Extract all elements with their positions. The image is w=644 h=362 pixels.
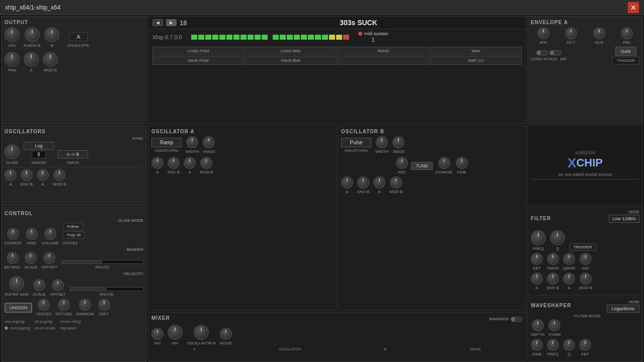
glide-knob[interactable]: [5, 144, 20, 159]
osc-b-fine-knob[interactable]: [456, 157, 468, 169]
ws-depth-knob[interactable]: [532, 319, 544, 331]
mod-route-select[interactable]: A -> B: [58, 150, 88, 158]
filter-mode-btn[interactable]: Low 12db/o: [609, 215, 639, 223]
poly16-btn[interactable]: Poly 16: [63, 231, 86, 239]
osc-b-waveform-btn[interactable]: Pulse: [341, 138, 371, 147]
mixer-noise-knob[interactable]: [220, 328, 232, 340]
velocity-fill: [70, 288, 107, 291]
detune-knob[interactable]: [58, 299, 70, 311]
pan-knob[interactable]: [5, 52, 20, 67]
osc-b-xmod-knob[interactable]: [392, 136, 405, 148]
ws-q-knob[interactable]: [563, 339, 575, 351]
mixer-noise-label: NOISE: [220, 341, 232, 345]
osc-b-env-a-knob[interactable]: [341, 176, 353, 189]
env-a-atk-knob[interactable]: [537, 27, 549, 39]
bender-bar[interactable]: [61, 260, 143, 264]
envelope-btn[interactable]: A: [69, 32, 88, 41]
mixer-osc-b-knob[interactable]: [194, 325, 209, 340]
ws-tone-knob[interactable]: [531, 339, 543, 351]
filter-mod-a-knob[interactable]: [563, 273, 575, 285]
pan-mod-b-knob[interactable]: [43, 52, 58, 67]
osc-a-env-b-knob[interactable]: [168, 157, 180, 169]
unison-btn[interactable]: UNISON: [5, 303, 32, 313]
mod-b-knob[interactable]: [44, 27, 59, 42]
osc-mod-a-knob[interactable]: [37, 169, 49, 181]
osc-b-mod-a-knob[interactable]: [373, 176, 385, 189]
osc-b-mod-b-knob[interactable]: [390, 176, 402, 189]
close-button[interactable]: ✕: [628, 2, 639, 13]
vel-scale-knob[interactable]: [33, 279, 45, 291]
filter-freq-knob[interactable]: [531, 230, 546, 245]
osc-b-env-b-label: ENV B: [357, 190, 369, 194]
fine-knob[interactable]: [26, 228, 38, 240]
kbt-toggle[interactable]: [549, 50, 561, 55]
velocity-bar[interactable]: [70, 287, 143, 291]
next-preset-button[interactable]: ▶: [166, 19, 177, 26]
wav-btn[interactable]: WAV: [430, 47, 522, 55]
filter-mod-b-knob[interactable]: [580, 273, 592, 285]
filter-kbt-knob[interactable]: [531, 253, 543, 265]
ws-kbt-knob[interactable]: [579, 339, 591, 351]
osc-b-kbt-knob[interactable]: [396, 157, 408, 169]
osc-a-env-a-knob[interactable]: [151, 157, 164, 169]
ringmod-toggle[interactable]: [511, 317, 523, 322]
filter-fmod-knob[interactable]: [547, 253, 559, 265]
map-cc-btn[interactable]: MAP CC: [430, 56, 522, 65]
osc-env-b-knob[interactable]: [21, 169, 33, 181]
osc-b-coarse-knob[interactable]: [438, 157, 450, 169]
osc-b-tune-btn[interactable]: TUNE: [411, 162, 433, 170]
osc-a-waveform-btn[interactable]: Ramp: [151, 138, 182, 147]
volume-knob[interactable]: [44, 228, 56, 240]
const-attack-toggle[interactable]: [536, 50, 548, 55]
osc-a-xmod-knob[interactable]: [203, 136, 215, 148]
filter-q-knob[interactable]: [550, 230, 565, 245]
load-bnk-btn[interactable]: LOAD BNK: [245, 47, 337, 55]
env-a-trigger-btn[interactable]: TRIGGER: [612, 57, 639, 64]
bender-offset-knob[interactable]: [43, 252, 55, 264]
env-a-sus-knob[interactable]: [593, 27, 605, 39]
osc-b-env-b-knob[interactable]: [357, 176, 369, 189]
bd-rng-knob[interactable]: [7, 252, 19, 264]
ws-symm-knob[interactable]: [548, 319, 560, 331]
vol-knob[interactable]: [5, 27, 20, 42]
filter-trigger-btn[interactable]: TRIGGER: [569, 243, 596, 251]
follow-btn[interactable]: Follow: [63, 223, 84, 230]
save-pgm-btn[interactable]: SAVE PGM: [152, 56, 244, 65]
mixer-osc-a-knob[interactable]: [168, 325, 183, 340]
env-a-knobs: ATK DCY SUS REL: [531, 27, 639, 45]
vu-bar-9: [248, 35, 254, 40]
filter-env-a-knob[interactable]: [531, 273, 543, 285]
pan-mod-a-knob[interactable]: [24, 52, 39, 67]
dist-knob[interactable]: [98, 299, 110, 311]
env-a-dcy-knob[interactable]: [565, 27, 577, 39]
env-a-gate-btn[interactable]: Gate: [615, 47, 636, 56]
coarse-knob[interactable]: [7, 228, 19, 240]
load-pgm-btn[interactable]: LOAD PGM: [152, 47, 244, 55]
env-a-rel-knob[interactable]: [621, 27, 633, 39]
vel-offset-knob[interactable]: [52, 279, 64, 291]
filter-env-b-knob[interactable]: [547, 273, 559, 285]
osc-a-mod-a-knob[interactable]: [184, 157, 196, 169]
filter-sat-knob[interactable]: [580, 253, 592, 265]
waveshaper-mode-btn[interactable]: Logarithmic: [607, 305, 639, 313]
supersaw-knob[interactable]: [9, 276, 24, 291]
mixer-inv-knob[interactable]: [151, 328, 164, 340]
osc-b-width-knob[interactable]: [376, 136, 388, 148]
rand-btn[interactable]: RAND: [338, 47, 429, 55]
prev-preset-button[interactable]: ◀: [152, 19, 163, 26]
filter-qmod-knob[interactable]: [563, 253, 575, 265]
mod-a-knob[interactable]: [25, 27, 40, 42]
ws-freq-knob[interactable]: [547, 339, 559, 351]
voices2-knob[interactable]: [38, 299, 50, 311]
env-a-rel-group: REL: [621, 27, 633, 45]
vu-bar-21: [336, 35, 342, 40]
bender-scale-knob[interactable]: [25, 252, 37, 264]
osc-env-a-knob[interactable]: [5, 169, 17, 181]
osc-mod-b-knob[interactable]: [53, 169, 65, 181]
save-bnk-btn[interactable]: SAVE BNK: [245, 56, 337, 65]
random-knob[interactable]: [79, 299, 91, 311]
osc-a-width-knob[interactable]: [186, 136, 198, 148]
osc-a-mod-b-knob[interactable]: [200, 157, 212, 169]
osc-mode-select[interactable]: Log: [24, 142, 54, 150]
bd-rng-knob-group: BD RNG: [5, 252, 20, 269]
